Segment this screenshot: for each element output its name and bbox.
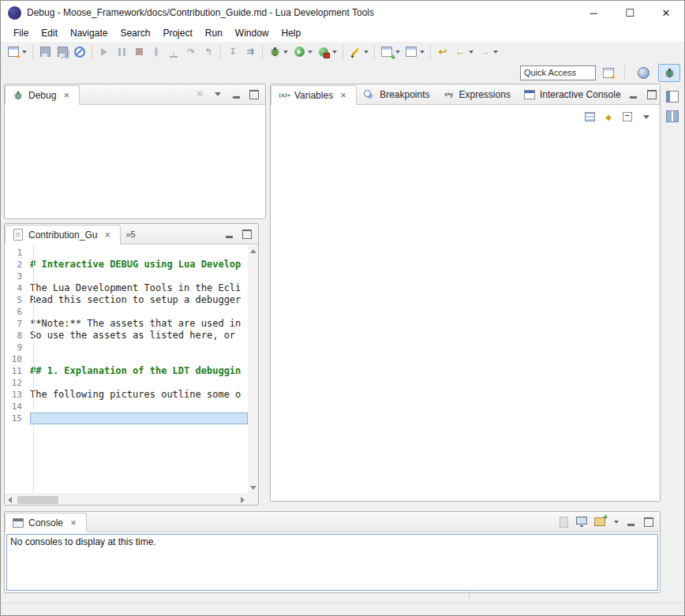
open-console-icon[interactable] — [593, 516, 606, 528]
back-button[interactable] — [451, 43, 476, 61]
code-line[interactable]: 11 ## 1. Explanation of the LDT debuggin — [5, 365, 248, 377]
open-perspective-button[interactable] — [600, 64, 617, 82]
save-all-button[interactable] — [54, 43, 71, 61]
maximize-icon[interactable] — [248, 88, 260, 101]
step-into-button[interactable] — [165, 43, 182, 61]
code-line[interactable]: 6 — [5, 306, 248, 318]
mark-occurrences-button[interactable] — [346, 43, 371, 61]
code-line[interactable]: 5 Read this section to setup a debugger — [5, 294, 248, 306]
tab-console[interactable]: Console — [5, 513, 87, 532]
line-number: 4 — [5, 282, 30, 294]
tab-variables[interactable]: Variables — [271, 85, 357, 105]
new-wizard-button[interactable] — [5, 43, 29, 61]
minimize-icon[interactable] — [624, 516, 637, 528]
code-line[interactable]: 15 — [5, 413, 248, 424]
tab-contribution-guide[interactable]: Contribution_Gu — [5, 225, 121, 245]
sash-grip[interactable]: ⋮ — [465, 592, 474, 595]
restore-minimized-views-icon[interactable] — [666, 90, 679, 103]
minimize-window-button[interactable]: ─ — [575, 1, 612, 24]
step-over-button[interactable] — [182, 43, 200, 61]
code-line[interactable]: 10 — [5, 353, 248, 365]
debug-perspective-button[interactable] — [658, 64, 680, 82]
tab-expressions[interactable]: Expressions — [436, 84, 517, 104]
minimize-icon[interactable] — [223, 228, 235, 241]
close-icon[interactable] — [67, 517, 80, 529]
variables-header-icons — [627, 88, 661, 101]
close-icon[interactable] — [101, 229, 114, 241]
close-icon[interactable] — [337, 89, 350, 102]
code-line[interactable]: 8 So use the assets as listed here, or — [5, 330, 248, 342]
scroll-left-icon[interactable] — [8, 497, 12, 503]
save-button[interactable] — [36, 43, 54, 61]
close-window-button[interactable]: ✕ — [648, 1, 684, 24]
code-line[interactable]: 12 — [5, 377, 248, 389]
use-step-filters-button[interactable] — [241, 43, 259, 61]
close-icon[interactable] — [60, 89, 73, 102]
pin-console-icon[interactable] — [557, 516, 570, 528]
show-type-names-icon[interactable] — [583, 110, 596, 123]
display-selected-console-icon[interactable] — [575, 516, 588, 528]
scroll-up-icon[interactable] — [250, 249, 256, 253]
quick-access-input[interactable] — [520, 65, 596, 80]
run-button[interactable] — [290, 43, 315, 61]
code-line[interactable]: 1 — [5, 247, 248, 259]
tab-debug[interactable]: Debug — [5, 85, 80, 105]
console-content[interactable]: No consoles to display at this time. — [6, 534, 658, 591]
hidden-editors-indicator[interactable]: »5 — [121, 230, 140, 239]
code-line[interactable]: 2 # Interactive DEBUG using Lua Develop — [5, 259, 248, 271]
skip-all-breakpoints-button[interactable] — [71, 43, 88, 61]
menu-run[interactable]: Run — [199, 25, 229, 41]
menu-file[interactable]: File — [7, 25, 35, 41]
code-line[interactable]: 14 — [5, 401, 248, 413]
code-line[interactable]: 4 The Lua Development Tools in the Ecli — [5, 282, 248, 294]
collapse-all-icon[interactable] — [621, 110, 634, 123]
tab-interactive-console[interactable]: Interactive Console — [517, 84, 627, 104]
terminate-button[interactable] — [130, 43, 148, 61]
menu-help[interactable]: Help — [275, 25, 308, 41]
suspend-button[interactable] — [113, 43, 130, 61]
remove-all-terminated-icon[interactable] — [193, 88, 206, 101]
menu-edit[interactable]: Edit — [35, 25, 64, 41]
resume-button[interactable] — [95, 43, 113, 61]
drop-to-frame-button[interactable] — [224, 43, 241, 61]
disconnect-button[interactable] — [148, 43, 165, 61]
menu-search[interactable]: Search — [114, 25, 156, 41]
editor-panel: Contribution_Gu »5 1 2 # Interactive DEB… — [4, 223, 259, 506]
external-tools-button[interactable] — [315, 43, 339, 61]
code-line[interactable]: 13 The following pictures outline some o — [5, 389, 248, 401]
menu-bar: File Edit Navigate Search Project Run Wi… — [1, 24, 684, 42]
lua-perspective-button[interactable] — [632, 64, 654, 82]
show-logical-structures-icon[interactable] — [602, 110, 615, 123]
menu-window[interactable]: Window — [229, 25, 275, 41]
open-element-button[interactable] — [402, 43, 427, 61]
open-console-dropdown-icon[interactable] — [614, 521, 619, 524]
code-area[interactable]: 1 2 # Interactive DEBUG using Lua Develo… — [5, 247, 248, 494]
maximize-icon[interactable] — [642, 516, 655, 528]
code-line[interactable]: 7 **Note:** The assets that are used in — [5, 318, 248, 330]
new-wizard-icon — [7, 46, 20, 58]
forward-button[interactable] — [476, 43, 500, 61]
new-lua-file-button[interactable] — [378, 43, 402, 61]
scroll-down-icon[interactable] — [250, 486, 256, 490]
minimize-icon[interactable] — [230, 88, 242, 101]
last-edit-location-button[interactable] — [434, 43, 451, 61]
debug-button[interactable] — [266, 43, 290, 61]
scroll-right-icon[interactable] — [241, 497, 245, 503]
step-return-button[interactable] — [200, 43, 217, 61]
menu-project[interactable]: Project — [156, 25, 198, 41]
open-perspective-icon — [602, 66, 615, 79]
maximize-icon[interactable] — [646, 88, 658, 101]
menu-navigate[interactable]: Navigate — [64, 25, 114, 41]
vertical-scrollbar[interactable] — [248, 245, 258, 494]
horizontal-scrollbar[interactable] — [5, 494, 248, 505]
maximize-icon[interactable] — [241, 228, 253, 241]
minimized-view-icon[interactable] — [666, 110, 679, 122]
maximize-window-button[interactable]: ☐ — [612, 1, 648, 24]
horizontal-scroll-thumb[interactable] — [17, 496, 58, 504]
view-menu-icon[interactable] — [640, 110, 653, 123]
view-menu-icon[interactable] — [211, 88, 224, 101]
code-line[interactable]: 3 — [5, 271, 248, 282]
tab-breakpoints[interactable]: Breakpoints — [357, 84, 436, 104]
minimize-icon[interactable] — [627, 88, 640, 101]
code-line[interactable]: 9 — [5, 342, 248, 353]
